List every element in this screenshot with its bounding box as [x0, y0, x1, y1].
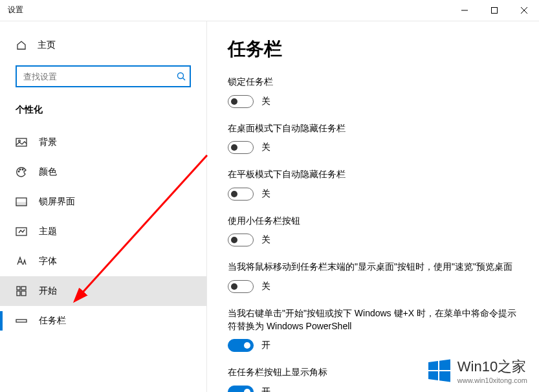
sidebar-item-themes[interactable]: 主题: [0, 217, 206, 246]
sidebar-item-label: 主题: [39, 226, 57, 237]
setting-item: 使用小任务栏按钮关: [228, 215, 518, 247]
toggle-switch[interactable]: [228, 234, 254, 246]
svg-line-5: [183, 78, 186, 81]
toggle-switch[interactable]: [228, 280, 254, 293]
window-title: 设置: [8, 5, 23, 16]
svg-rect-15: [21, 287, 26, 290]
themes-icon: [16, 226, 27, 237]
watermark-title: Win10之家: [457, 357, 527, 376]
toggle-switch[interactable]: [228, 141, 254, 154]
palette-icon: [16, 166, 27, 178]
setting-item: 当我右键单击"开始"按钮或按下 Windows 键+X 时，在菜单中将命令提示符…: [228, 307, 518, 352]
setting-item: 在桌面模式下自动隐藏任务栏关: [228, 122, 518, 155]
taskbar-icon: [16, 315, 27, 327]
sidebar-item-label: 背景: [39, 136, 57, 148]
sidebar-item-colors[interactable]: 颜色: [0, 157, 206, 187]
sidebar-item-start[interactable]: 开始: [0, 276, 206, 306]
setting-item: 锁定任务栏关: [228, 76, 518, 108]
toggle-state-label: 关: [261, 142, 270, 153]
close-button[interactable]: [509, 0, 539, 21]
svg-point-10: [22, 169, 23, 170]
svg-rect-18: [16, 320, 27, 322]
start-icon: [16, 285, 27, 297]
picture-icon: [16, 136, 27, 148]
sidebar-item-background[interactable]: 背景: [0, 127, 206, 157]
search-input[interactable]: [16, 65, 191, 87]
svg-point-9: [19, 169, 21, 170]
setting-label: 当我将鼠标移动到任务栏末端的"显示桌面"按钮时，使用"速览"预览桌面: [228, 261, 518, 274]
section-title: 个性化: [0, 99, 206, 127]
toggle-state-label: 关: [261, 96, 270, 107]
watermark: Win10之家 www.win10xitong.com: [426, 357, 527, 384]
svg-point-4: [178, 73, 184, 79]
setting-label: 使用小任务栏按钮: [228, 215, 518, 228]
svg-rect-16: [17, 291, 20, 296]
sidebar-item-taskbar[interactable]: 任务栏: [0, 306, 206, 336]
setting-item: 当我将鼠标移动到任务栏末端的"显示桌面"按钮时，使用"速览"预览桌面关: [228, 261, 518, 293]
maximize-button[interactable]: [479, 0, 509, 21]
home-label: 主页: [38, 39, 56, 51]
setting-label: 锁定任务栏: [228, 76, 518, 89]
sidebar: 主页 个性化 背景 颜色 锁屏界: [0, 21, 207, 392]
sidebar-item-label: 颜色: [39, 166, 57, 178]
sidebar-item-label: 字体: [39, 256, 57, 267]
minimize-button[interactable]: [450, 0, 479, 21]
font-icon: [16, 256, 27, 267]
svg-rect-17: [21, 291, 26, 296]
search-icon: [177, 72, 186, 81]
watermark-url: www.win10xitong.com: [457, 376, 527, 384]
home-icon: [16, 39, 27, 51]
sidebar-item-label: 开始: [39, 285, 57, 297]
setting-item: 在平板模式下自动隐藏任务栏关: [228, 168, 518, 201]
sidebar-item-lockscreen[interactable]: 锁屏界面: [0, 187, 206, 217]
toggle-switch[interactable]: [228, 188, 254, 201]
windows-logo-icon: [426, 358, 452, 384]
toggle-switch[interactable]: [228, 95, 254, 108]
content-pane: 任务栏 锁定任务栏关在桌面模式下自动隐藏任务栏关在平板模式下自动隐藏任务栏关使用…: [207, 21, 539, 392]
sidebar-item-fonts[interactable]: 字体: [0, 246, 206, 276]
svg-point-7: [19, 140, 21, 142]
toggle-switch[interactable]: [228, 339, 254, 352]
toggle-state-label: 关: [261, 188, 270, 200]
sidebar-item-label: 锁屏界面: [39, 196, 75, 208]
toggle-state-label: 关: [261, 234, 270, 246]
svg-rect-13: [16, 228, 27, 235]
toggle-switch[interactable]: [228, 386, 254, 392]
setting-label: 当我右键单击"开始"按钮或按下 Windows 键+X 时，在菜单中将命令提示符…: [228, 307, 518, 332]
svg-rect-1: [492, 8, 498, 14]
svg-point-8: [18, 171, 19, 172]
toggle-state-label: 开: [261, 340, 270, 351]
setting-label: 在平板模式下自动隐藏任务栏: [228, 168, 518, 181]
home-link[interactable]: 主页: [0, 33, 206, 58]
toggle-state-label: 关: [261, 281, 270, 292]
lockscreen-icon: [16, 196, 27, 208]
svg-rect-14: [17, 287, 20, 290]
svg-rect-12: [16, 202, 27, 206]
toggle-state-label: 开: [261, 386, 270, 392]
setting-label: 在桌面模式下自动隐藏任务栏: [228, 122, 518, 135]
sidebar-item-label: 任务栏: [39, 315, 66, 327]
page-title: 任务栏: [228, 37, 518, 61]
